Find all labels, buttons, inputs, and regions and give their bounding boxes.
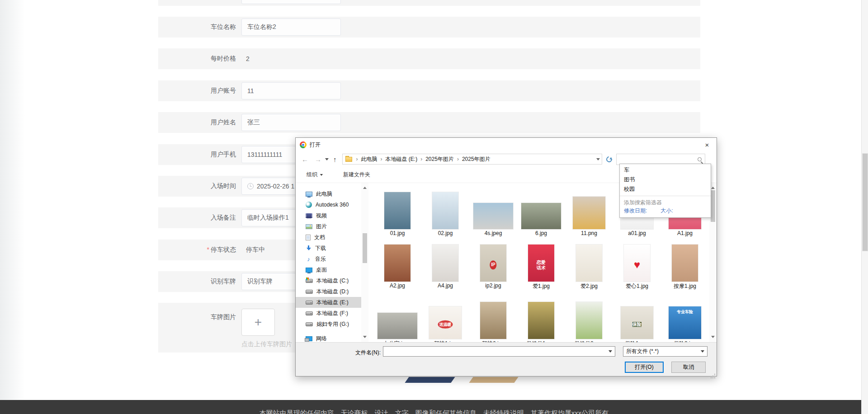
file-item[interactable]: 02.jpg — [421, 184, 469, 236]
sidebar-item-downloads[interactable]: 下载 — [296, 243, 361, 254]
sidebar-item-label: 视频 — [316, 212, 327, 220]
page-scrollbar[interactable] — [861, 0, 868, 414]
breadcrumb-segment[interactable]: 2025年图片 — [462, 155, 491, 163]
file-item[interactable]: 01.jpg — [373, 184, 421, 236]
file-thumbnail-area: 恋爱话术 — [528, 236, 554, 282]
file-item[interactable]: 办公室.jpeg — [373, 294, 421, 343]
download-icon — [306, 245, 311, 251]
filename-combobox[interactable] — [383, 346, 615, 357]
resize-grip[interactable] — [714, 374, 715, 375]
scroll-up-icon[interactable] — [363, 185, 367, 189]
drive-c-icon — [306, 279, 313, 283]
file-item[interactable]: IPip2.jpg — [469, 236, 517, 289]
open-button[interactable]: 打开(O) — [625, 362, 664, 373]
field-label-text: 停车状态 — [211, 246, 236, 253]
filetype-value: 所有文件 (*.*) — [626, 348, 659, 355]
dialog-bottom-bar: 文件名(N): 所有文件 (*.*) 打开(O) 取消 — [296, 342, 717, 376]
file-thumbnail — [432, 192, 458, 229]
file-item[interactable]: 爱2.jpg — [565, 236, 613, 290]
filetype-select[interactable]: 所有文件 (*.*) — [623, 346, 708, 357]
combo-dropdown-icon[interactable] — [609, 350, 612, 354]
filename-label: 文件名(N): — [355, 349, 381, 357]
user-account-input[interactable]: 11 — [241, 82, 341, 99]
sidebar-item-desktop[interactable]: 桌面 — [296, 264, 361, 275]
search-input[interactable] — [620, 156, 698, 162]
sidebar-item-drive-c[interactable]: 本地磁盘 (C:) — [296, 275, 361, 286]
sidebar-item-drive-g[interactable]: 媳妇专用 (G:) — [296, 319, 361, 329]
text-input[interactable] — [241, 0, 341, 4]
hourly-price-value: 2 — [246, 55, 250, 62]
sidebar-item-videos[interactable]: 视频 — [296, 210, 361, 221]
dialog-titlebar[interactable]: 打开 × — [296, 138, 717, 151]
form-row: 车位名称 车位名称2 — [158, 17, 700, 38]
file-item[interactable]: A4.jpg — [421, 236, 469, 289]
file-item[interactable]: ♥爱心1.jpg — [613, 236, 661, 290]
organize-button[interactable]: 组织 — [307, 171, 323, 179]
pictures-icon — [306, 224, 312, 229]
field-label: 用户手机 — [158, 151, 236, 159]
file-item[interactable]: 保健品1.png — [517, 294, 565, 343]
file-thumbnail-area: IP — [480, 236, 506, 282]
drive-icon — [306, 322, 313, 326]
scroll-up-icon[interactable] — [711, 185, 715, 189]
breadcrumb-separator: › — [420, 156, 422, 162]
close-button[interactable]: × — [698, 138, 717, 151]
file-item[interactable]: 专业车险保险2.jpg — [661, 294, 709, 343]
sidebar-item-drive-e[interactable]: 本地磁盘 (E:) — [296, 297, 361, 308]
suggestion-item[interactable]: 图书 — [620, 175, 711, 184]
file-item[interactable]: 保健品2.png — [565, 294, 613, 343]
file-item[interactable]: 6.jpg — [517, 184, 565, 236]
up-button[interactable]: ↑ — [333, 155, 337, 163]
file-item[interactable]: 恋爱话术爱1.jpg — [517, 236, 565, 290]
address-dropdown-icon[interactable] — [596, 158, 600, 162]
breadcrumb-segment[interactable]: 2025年图片 — [425, 155, 454, 163]
file-item[interactable]: 送温暖帮扶1.jpg — [421, 294, 469, 343]
filelist-scrollbar-thumb[interactable] — [711, 190, 715, 222]
back-button[interactable]: ← — [302, 155, 308, 163]
sidebar-item-documents[interactable]: 文档 — [296, 232, 361, 243]
page-scrollbar-thumb[interactable] — [863, 154, 868, 251]
file-thumbnail — [672, 245, 698, 282]
breadcrumb-segment[interactable]: 本地磁盘 (E:) — [386, 155, 418, 163]
file-name: a01.jpg — [628, 230, 646, 236]
sidebar-scrollbar-thumb[interactable] — [363, 233, 367, 263]
history-dropdown-icon[interactable] — [325, 158, 329, 162]
thumbnail-overlay-text: 送温暖 — [438, 320, 453, 328]
search-filter-link[interactable]: 大小: — [660, 207, 673, 215]
sidebar-item-label: 图片 — [316, 223, 327, 231]
sidebar-item-drive-f[interactable]: 本地磁盘 (F:) — [296, 308, 361, 319]
sidebar-scrollbar[interactable] — [361, 183, 368, 343]
file-item[interactable]: 按摩1.jpg — [661, 236, 709, 290]
search-box[interactable] — [616, 154, 705, 165]
file-item[interactable]: 4s.jpeg — [469, 184, 517, 236]
scroll-down-icon[interactable] — [363, 336, 367, 340]
file-name: 爱心1.jpg — [626, 282, 648, 290]
sidebar-item-pictures[interactable]: 图片 — [296, 221, 361, 232]
sidebar-item-drive-d[interactable]: 本地磁盘 (D:) — [296, 286, 361, 297]
file-name: 11.png — [581, 230, 597, 236]
sidebar-item-this-pc[interactable]: 此电脑 — [296, 188, 361, 199]
search-filter-link[interactable]: 修改日期: — [624, 207, 647, 215]
file-item[interactable]: 保险保险1.png — [613, 294, 661, 343]
suggestion-item[interactable]: 车 — [620, 165, 711, 175]
breadcrumb-segment[interactable]: 此电脑 — [361, 155, 377, 163]
filename-input[interactable] — [386, 348, 609, 355]
parking-name-input[interactable]: 车位名称2 — [241, 19, 341, 36]
plate-image-upload: + 点击上传车牌图片 — [241, 309, 292, 348]
upload-button[interactable]: + — [241, 309, 275, 336]
add-search-filter-label: 添加搜索筛选器 — [620, 198, 711, 207]
new-folder-button[interactable]: 新建文件夹 — [343, 171, 370, 179]
file-item[interactable]: 11.png — [565, 184, 613, 236]
scroll-down-icon[interactable] — [711, 336, 715, 340]
refresh-icon[interactable] — [605, 155, 613, 163]
user-name-input[interactable]: 张三 — [241, 114, 341, 131]
suggestion-item[interactable]: 校园 — [620, 184, 711, 194]
cancel-button[interactable]: 取消 — [671, 362, 706, 373]
sidebar-item-network[interactable]: 网络 — [296, 333, 361, 343]
file-item[interactable]: A2.jpg — [373, 236, 421, 289]
sidebar-item-autodesk-360[interactable]: Autodesk 360 — [296, 199, 361, 210]
breadcrumb-separator: › — [457, 156, 459, 162]
file-item[interactable]: 帮扶6.jpg — [469, 294, 517, 343]
sidebar-item-music[interactable]: ♪音乐 — [296, 254, 361, 264]
forward-button[interactable]: → — [315, 155, 321, 163]
